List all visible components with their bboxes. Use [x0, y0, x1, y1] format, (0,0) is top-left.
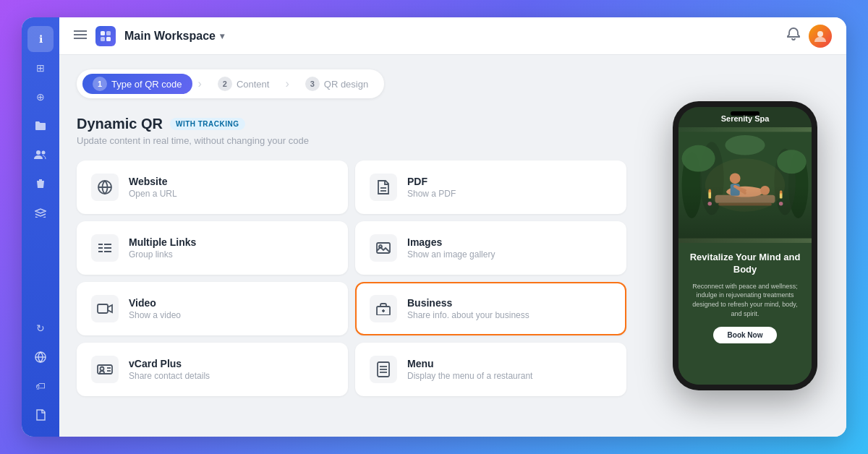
topbar-actions [787, 25, 832, 48]
phone-image [678, 127, 812, 243]
website-subtitle: Open a URL [129, 189, 333, 199]
qr-type-multiple-links[interactable]: Multiple Links Group links [77, 221, 348, 275]
video-title: Video [129, 297, 333, 309]
video-icon [91, 295, 119, 322]
left-panel: 1 Type of QR code › 2 Content › 3 QR des… [59, 55, 644, 437]
multiple-links-icon [91, 234, 119, 262]
video-text: Video Show a video [129, 297, 333, 320]
sidebar-item-add[interactable]: ⊕ [27, 84, 54, 110]
pdf-title: PDF [407, 176, 612, 187]
images-subtitle: Show an image gallery [407, 249, 612, 260]
sidebar-item-file[interactable] [27, 402, 54, 428]
tracking-badge: WITH TRACKING [170, 118, 245, 130]
phone-notch [731, 111, 760, 116]
section-title: Dynamic QR WITH TRACKING [77, 116, 626, 132]
svg-point-1 [42, 151, 46, 155]
step-1-number: 1 [93, 77, 107, 91]
sidebar-item-grid[interactable]: ⊞ [27, 55, 54, 81]
svg-rect-9 [106, 37, 111, 41]
step-3-label: QR design [324, 79, 368, 90]
website-title: Website [129, 176, 333, 187]
step-1-label: Type of QR code [111, 79, 182, 90]
multiple-links-title: Multiple Links [129, 236, 333, 248]
user-avatar[interactable] [809, 25, 832, 48]
pdf-subtitle: Show a PDF [407, 189, 612, 199]
qr-type-menu[interactable]: Menu Display the menu of a restaurant [355, 343, 626, 396]
phone-screen: Serenity Spa [678, 107, 812, 385]
step-divider-1: › [198, 77, 202, 90]
sidebar-item-info[interactable]: ℹ [27, 26, 54, 52]
phone-spa-name: Serenity Spa [678, 107, 812, 127]
content-area: 1 Type of QR code › 2 Content › 3 QR des… [59, 55, 846, 437]
images-title: Images [407, 236, 612, 248]
qr-type-video[interactable]: Video Show a video [77, 282, 348, 335]
step-3-number: 3 [305, 77, 320, 91]
vcard-text: vCard Plus Share contact details [129, 358, 333, 381]
menu-title: Menu [407, 358, 612, 369]
phone-image-overlay [678, 127, 812, 243]
step-2-label: Content [237, 79, 270, 90]
steps-bar: 1 Type of QR code › 2 Content › 3 QR des… [77, 69, 384, 98]
menu-icon [370, 356, 397, 383]
workspace-chevron: ▾ [220, 31, 224, 41]
qr-type-business[interactable]: Business Share info. about your business [355, 282, 626, 335]
business-text: Business Share info. about your business [407, 297, 612, 320]
sidebar-item-users[interactable] [27, 142, 54, 168]
images-text: Images Show an image gallery [407, 236, 612, 260]
video-subtitle: Show a video [129, 310, 333, 320]
multiple-links-subtitle: Group links [129, 249, 333, 260]
qr-type-pdf[interactable]: PDF Show a PDF [355, 160, 626, 214]
pdf-icon [370, 174, 397, 201]
website-text: Website Open a URL [129, 176, 333, 199]
qr-type-vcard[interactable]: vCard Plus Share contact details [77, 343, 348, 396]
sidebar: ℹ ⊞ ⊕ ↻ 🏷 [22, 17, 59, 437]
workspace-name: Main Workspace [124, 30, 216, 43]
sidebar-item-layers[interactable] [27, 200, 54, 226]
sidebar-item-trash[interactable] [27, 171, 54, 197]
menu-text: Menu Display the menu of a restaurant [407, 358, 612, 381]
pdf-text: PDF Show a PDF [407, 176, 612, 199]
business-title: Business [407, 297, 612, 309]
step-3[interactable]: 3 QR design [295, 74, 378, 94]
step-2[interactable]: 2 Content [208, 74, 280, 94]
images-icon [370, 234, 397, 262]
svg-point-0 [36, 150, 41, 155]
dynamic-qr-title: Dynamic QR [77, 116, 163, 132]
menu-subtitle: Display the menu of a restaurant [407, 371, 612, 381]
workspace-title[interactable]: Main Workspace ▾ [124, 30, 224, 43]
menu-button[interactable] [74, 30, 87, 43]
app-window: ℹ ⊞ ⊕ ↻ 🏷 [22, 17, 846, 437]
business-icon [370, 295, 397, 322]
svg-rect-8 [101, 37, 105, 41]
step-2-number: 2 [218, 77, 232, 91]
sidebar-item-tag[interactable]: 🏷 [27, 373, 54, 399]
sidebar-item-refresh[interactable]: ↻ [27, 315, 54, 341]
step-divider-2: › [285, 77, 289, 90]
phone-content: Revitalize Your Mind and Body Reconnect … [678, 243, 812, 385]
notifications-button[interactable] [787, 27, 800, 45]
qr-type-grid: Website Open a URL [77, 160, 626, 396]
multiple-links-text: Multiple Links Group links [129, 236, 333, 260]
topbar: Main Workspace ▾ [59, 17, 846, 55]
app-logo [95, 26, 116, 46]
phone-frame: Serenity Spa [673, 101, 817, 390]
svg-rect-7 [106, 31, 111, 35]
phone-preview-title: Revitalize Your Mind and Body [687, 252, 803, 276]
qr-type-images[interactable]: Images Show an image gallery [355, 221, 626, 275]
svg-point-10 [817, 31, 823, 37]
svg-rect-22 [98, 304, 108, 313]
sidebar-item-globe[interactable] [27, 344, 54, 370]
qr-type-website[interactable]: Website Open a URL [77, 160, 348, 214]
step-1[interactable]: 1 Type of QR code [82, 74, 192, 94]
svg-rect-20 [377, 243, 390, 253]
right-panel: Serenity Spa [644, 55, 846, 437]
svg-rect-6 [101, 31, 105, 35]
sidebar-item-folder[interactable] [27, 113, 54, 139]
section-subtitle: Update content in real time, without cha… [77, 135, 626, 146]
website-icon [91, 174, 119, 201]
vcard-icon [91, 356, 119, 383]
phone-book-button[interactable]: Book Now [713, 327, 778, 343]
vcard-title: vCard Plus [129, 358, 333, 369]
vcard-subtitle: Share contact details [129, 371, 333, 381]
phone-preview-desc: Reconnect with peace and wellness; indul… [687, 282, 803, 318]
